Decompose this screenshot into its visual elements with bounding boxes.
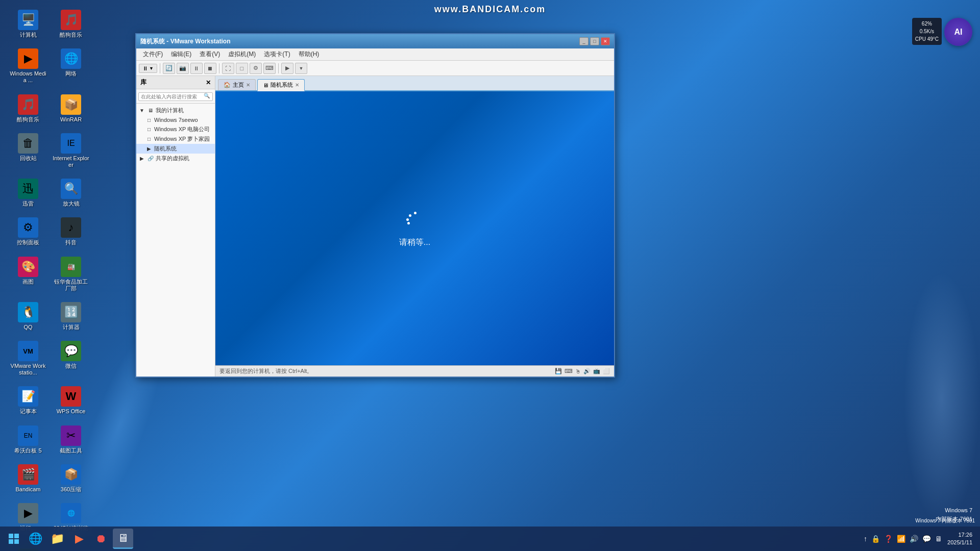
loading-text: 请稍等... [399,237,430,248]
tree-computer-icon: 🖥 [147,107,154,114]
tree-item-win7[interactable]: □ Windows 7seewo [136,115,215,124]
restore-button[interactable]: □ [590,37,599,45]
menu-edit[interactable]: 编辑(E) [167,49,195,60]
toolbar-btn-settings[interactable]: ⚙ [250,63,262,74]
recycle-icon: 🗑 [18,133,38,154]
tab-vm[interactable]: 🖥 随机系统 ✕ [257,79,305,91]
vmware-tabs-area: 🏠 主页 ✕ 🖥 随机系统 ✕ [215,76,614,377]
desktop-icon-recycle[interactable]: 🗑 回收站 [8,131,48,170]
dot-4 [407,222,410,224]
tree-shared-icon: ▶ [138,155,145,162]
desktop-icon-control[interactable]: ⚙ 控制面板 [8,215,48,248]
taskbar-explorer-icon: 📁 [51,532,64,545]
desktop-icon-winrar[interactable]: 📦 WinRAR [51,92,91,125]
desktop-icon-tiktok[interactable]: ♪ 抖音 [51,215,91,248]
tray-message-icon[interactable]: 💬 [921,534,932,544]
tray-security-icon[interactable]: 🔒 [870,534,881,544]
taskbar-record-icon: ⏺ [95,532,107,545]
desktop-icon-wechat[interactable]: 💬 微信 [51,339,91,378]
statusbar-icons: 💾 ⌨ 🖱 🔊 📺 ⬜ [555,368,610,374]
desktop-icon-kugou[interactable]: 🎵 酷狗音乐 [51,8,91,40]
desktop-icon-kugou2[interactable]: 🎵 酷狗音乐 [8,92,48,125]
menu-view[interactable]: 查看(V) [195,49,224,60]
tree-item-winxp1[interactable]: □ Windows XP 电脑公司 [136,124,215,134]
desktop-icon-paint[interactable]: 🎨 画图 [8,255,48,294]
desktop-icons: 🖥️ 计算机 🎵 酷狗音乐 ▶ Windows Media ... 🌐 网络 🎵… [3,3,96,551]
start-button[interactable] [3,528,25,550]
fangda-label: 放大镜 [63,201,80,207]
menu-vm[interactable]: 虚拟机(M) [224,49,260,60]
desktop-icon-ie[interactable]: IE Internet Explorer [51,131,91,170]
desktop-icon-calc[interactable]: 🔢 计算器 [51,300,91,333]
taskbar-vmware[interactable]: 🖥 [113,529,133,549]
desktop-icon-vmware[interactable]: VM VMware Workstatio... [8,339,48,378]
kugou2-icon: 🎵 [18,94,38,115]
desktop-icon-windowsmedia[interactable]: ▶ Windows Media ... [8,46,48,86]
tray-monitor-icon[interactable]: 🖥 [934,534,943,544]
desktop-icon-xiwai[interactable]: EN 希沃白板 5 [8,423,48,456]
tray-upload-icon[interactable]: ↑ [863,534,868,544]
windowsmedia-label: Windows Media ... [10,70,46,84]
ai-button[interactable]: AI [944,18,972,46]
toolbar-btn-unity[interactable]: □ [236,63,248,74]
menu-help[interactable]: 帮助(H) [295,49,324,60]
desktop-icon-wps[interactable]: W WPS Office [51,384,91,417]
fangda-icon: 🔍 [61,179,81,199]
tree-item-random[interactable]: ▶ 随机系统 [136,144,215,154]
toolbar-btn-power[interactable]: 🔄 [163,63,175,74]
desktop-icon-qq[interactable]: 🐧 QQ [8,300,48,333]
toolbar-btn-snap[interactable]: 📷 [177,63,189,74]
tray-volume-icon[interactable]: 🔊 [909,534,919,544]
tree-expand-icon: ▼ [138,107,145,114]
minimize-button[interactable]: _ [579,37,589,45]
vm-statusbar: 要返回到您的计算机，请按 Ctrl+Alt。 💾 ⌨ 🖱 🔊 📺 ⬜ [215,365,614,377]
vm-screen[interactable]: 请稍等... [215,91,614,365]
taskbar-datetime: 17:26 2025/1/11 [947,531,972,547]
tray-help-icon[interactable]: ❓ [883,534,894,544]
desktop-icon-snip[interactable]: ✂ 截图工具 [51,423,91,456]
close-button[interactable]: ✕ [601,37,610,45]
menu-file[interactable]: 文件(F) [139,49,167,60]
pause-button[interactable]: ⏸ ▼ [139,64,157,73]
desktop-icon-bandicam[interactable]: 🎬 Bandicam [8,462,48,495]
vmware-menubar: 文件(F) 编辑(E) 查看(V) 虚拟机(M) 选项卡(T) 帮助(H) [136,48,614,61]
desktop-icon-tuya[interactable]: 迅 迅雷 [8,177,48,209]
svg-rect-0 [9,534,13,538]
vmware-toolbar: ⏸ ▼ 🔄 📷 ⏸ ⏹ ⛶ □ ⚙ ⌨ ▶ ▼ [136,61,614,76]
toolbar-btn-fullscreen[interactable]: ⛶ [222,63,234,74]
menu-tabs[interactable]: 选项卡(T) [260,49,294,60]
desktop-icon-network[interactable]: 🌐 网络 [51,46,91,86]
notepad-icon: 📝 [18,386,38,407]
toolbar-btn-stop[interactable]: ⏹ [204,63,216,74]
toolbar-btn-suspend[interactable]: ⏸ [190,63,203,74]
desktop-icon-360zip[interactable]: 📦 360压缩 [51,462,91,495]
tree-item-winxp2[interactable]: □ Windows XP 萝卜家园 [136,134,215,144]
wechat-label: 微信 [65,363,77,369]
tree-item-mycomputer[interactable]: ▼ 🖥 我的计算机 [136,106,215,115]
sidebar-close-icon[interactable]: ✕ [206,79,211,86]
taskbar-ie[interactable]: 🌐 [25,529,45,549]
tree-item-shared[interactable]: ▶ 🔗 共享的虚拟机 [136,154,215,163]
tree-vm-icon2: □ [145,126,153,133]
taskbar-explorer[interactable]: 📁 [47,529,67,549]
sidebar-search-input[interactable] [138,92,213,101]
toolbar-btn-view2[interactable]: ▼ [295,63,307,74]
ie-icon: IE [61,133,81,154]
network-icon: 🌐 [61,48,81,69]
tray-network-icon[interactable]: 📶 [896,534,906,544]
desktop-icon-computer[interactable]: 🖥️ 计算机 [8,8,48,40]
desktop-icon-notepad[interactable]: 📝 记事本 [8,384,48,417]
toolbar-btn-view1[interactable]: ▶ [281,63,293,74]
tab-home[interactable]: 🏠 主页 ✕ [218,79,256,90]
calc-label: 计算器 [63,324,80,331]
desktop-icon-food[interactable]: 🏭 钰华食品加工厂部 [51,255,91,294]
taskbar-media[interactable]: ▶ [69,529,89,549]
tab-home-close[interactable]: ✕ [246,82,250,88]
wps-icon: W [61,386,81,407]
taskbar-record[interactable]: ⏺ [91,529,111,549]
tab-vm-close[interactable]: ✕ [295,82,299,88]
toolbar-btn-cad[interactable]: ⌨ [263,63,276,74]
vmware-tabs: 🏠 主页 ✕ 🖥 随机系统 ✕ [215,76,614,91]
vmware-sidebar: 库 ✕ 🔍 ▼ 🖥 我的计算机 □ [136,76,215,377]
desktop-icon-fangda[interactable]: 🔍 放大镜 [51,177,91,209]
